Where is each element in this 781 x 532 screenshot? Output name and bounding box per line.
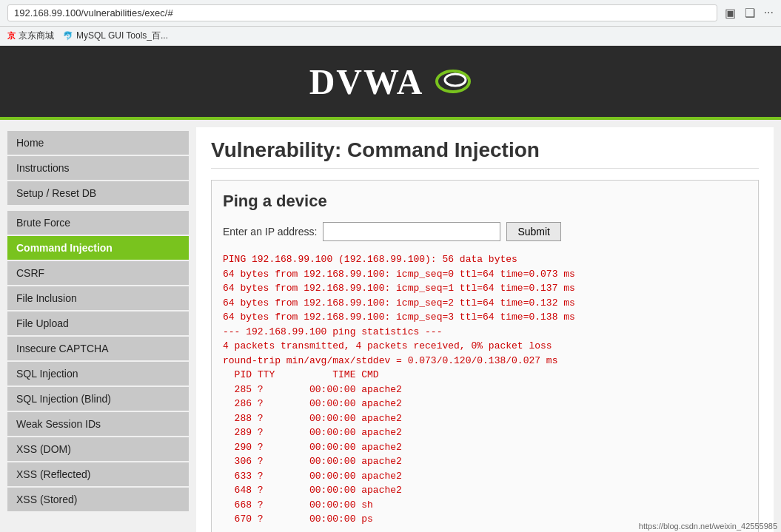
sidebar-item-sqlinjectionblind[interactable]: SQL Injection (Blind) xyxy=(7,387,189,411)
more-icon[interactable]: ··· xyxy=(764,6,774,20)
ip-address-input[interactable] xyxy=(323,222,500,241)
sidebar-item-weaksession[interactable]: Weak Session IDs xyxy=(7,412,189,436)
sidebar: Home Instructions Setup / Reset DB Brute… xyxy=(0,120,196,532)
sidebar-top-group: Home Instructions Setup / Reset DB xyxy=(7,131,189,205)
submit-button[interactable]: Submit xyxy=(506,222,561,241)
jd-icon: 京 xyxy=(7,30,16,41)
page-title: Vulnerability: Command Injection xyxy=(211,138,759,169)
sidebar-item-fileinclusion[interactable]: File Inclusion xyxy=(7,286,189,310)
sidebar-item-csrf[interactable]: CSRF xyxy=(7,261,189,285)
url-bar[interactable]: 192.168.99.100/vulnerabilities/exec/# xyxy=(7,4,717,21)
url-hint: https://blog.csdn.net/weixin_42555985 xyxy=(639,522,777,531)
dvwa-logo: DVWA xyxy=(309,59,472,104)
bookmark-mysql[interactable]: 🐬 MySQL GUI Tools_百... xyxy=(63,30,168,42)
bookmarks-bar: 京 京东商城 🐬 MySQL GUI Tools_百... xyxy=(0,27,781,46)
browser-bar: 192.168.99.100/vulnerabilities/exec/# ▣ … xyxy=(0,0,781,27)
sidebar-vuln-group: Brute Force Command Injection CSRF File … xyxy=(7,211,189,511)
ping-output: PING 192.168.99.100 (192.168.99.100): 56… xyxy=(223,252,747,527)
sidebar-item-sqlinjection[interactable]: SQL Injection xyxy=(7,362,189,385)
main-content: Vulnerability: Command Injection Ping a … xyxy=(196,127,774,532)
ping-box: Ping a device Enter an IP address: Submi… xyxy=(211,180,759,532)
dvwa-logo-text: DVWA xyxy=(309,61,424,102)
jd-label: 京东商城 xyxy=(19,30,54,42)
ping-label: Enter an IP address: xyxy=(223,226,317,238)
sidebar-item-fileupload[interactable]: File Upload xyxy=(7,312,189,335)
dvwa-header: DVWA xyxy=(0,46,781,120)
reader-icon[interactable]: ❑ xyxy=(745,6,755,20)
mysql-label: MySQL GUI Tools_百... xyxy=(76,30,168,42)
sidebar-item-bruteforce[interactable]: Brute Force xyxy=(7,211,189,235)
sidebar-item-setup[interactable]: Setup / Reset DB xyxy=(7,181,189,205)
sidebar-item-xssstored[interactable]: XSS (Stored) xyxy=(7,488,189,511)
sidebar-item-instructions[interactable]: Instructions xyxy=(7,156,189,180)
sidebar-item-home[interactable]: Home xyxy=(7,131,189,155)
qr-icon[interactable]: ▣ xyxy=(725,6,736,20)
browser-icons: ▣ ❑ ··· xyxy=(725,6,774,20)
bookmark-jd[interactable]: 京 京东商城 xyxy=(7,30,54,42)
ping-form: Enter an IP address: Submit xyxy=(223,222,747,241)
sidebar-item-xssreflected[interactable]: XSS (Reflected) xyxy=(7,462,189,486)
sidebar-item-xssdom[interactable]: XSS (DOM) xyxy=(7,437,189,461)
mysql-icon: 🐬 xyxy=(63,31,73,41)
sidebar-item-captcha[interactable]: Insecure CAPTCHA xyxy=(7,337,189,360)
svg-point-1 xyxy=(445,74,466,86)
ping-title: Ping a device xyxy=(223,192,747,211)
main-layout: Home Instructions Setup / Reset DB Brute… xyxy=(0,120,781,532)
sidebar-item-commandinjection[interactable]: Command Injection xyxy=(7,236,189,260)
dvwa-swoosh-icon xyxy=(427,59,472,104)
